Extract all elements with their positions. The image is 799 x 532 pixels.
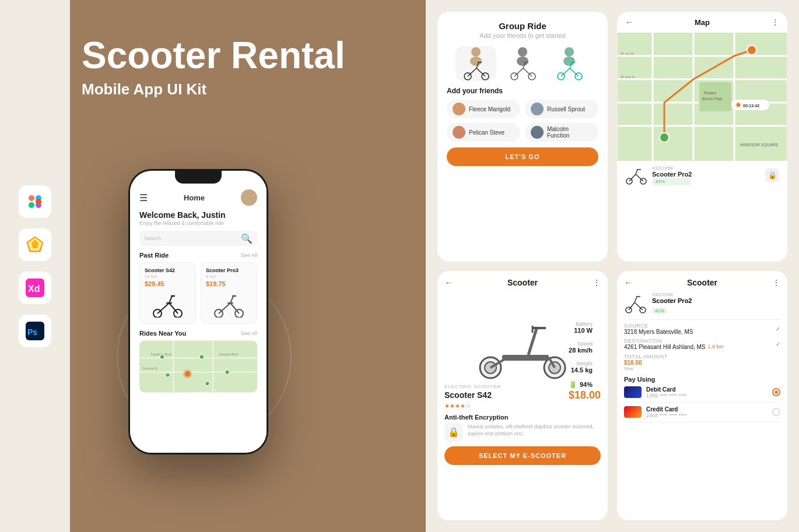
hero-text: Scooter Rental Mobile App UI Kit <box>82 35 345 98</box>
svg-line-63 <box>561 68 570 76</box>
lock-icon[interactable]: 🔒 <box>765 168 779 182</box>
figma-icon[interactable] <box>19 185 51 218</box>
svg-point-39 <box>199 355 204 360</box>
map-scooter-id: #3211058 <box>652 165 692 171</box>
ride-km-1: 14 km <box>145 274 191 279</box>
svg-line-23 <box>219 303 230 313</box>
battery-value: 110 W <box>569 327 593 334</box>
scooter-back-button[interactable]: ← <box>444 278 453 287</box>
map-area[interactable]: Robert Burns Park W 1st St W 2nd St WIND… <box>617 33 787 161</box>
app-subtitle: Mobile App UI Kit <box>82 80 345 98</box>
map-scooter-name: Scooter Pro2 <box>652 171 692 178</box>
anti-theft-icon: 🔒 <box>444 423 463 442</box>
friend-chip-2[interactable]: Russell Sprout <box>525 100 598 118</box>
svg-rect-97 <box>502 355 549 361</box>
svg-point-44 <box>470 57 482 66</box>
dest-value: 4261 Pleasant Hill Ashland, MS <box>624 344 706 350</box>
weight-value: 14.5 kg <box>569 367 593 374</box>
payment-battery: 41% <box>652 308 667 314</box>
svg-point-59 <box>565 47 574 57</box>
friend-chip-4[interactable]: Malcolm Function <box>525 123 598 142</box>
tool-sidebar: Xd Ps <box>0 0 70 532</box>
ride-name-2: Scooter Pro3 <box>206 267 252 273</box>
scooter-more-button[interactable]: ⋮ <box>593 278 601 287</box>
source-label: SOURCE <box>624 323 776 329</box>
phone-notch <box>175 171 222 184</box>
scooter-option-3[interactable] <box>549 46 590 81</box>
group-ride-card: Group Ride Add your friends to get start… <box>437 12 608 262</box>
anti-theft-desc: Mauris sodales, elit eleifend dapibus sc… <box>468 423 601 438</box>
svg-line-55 <box>514 68 523 76</box>
distance-badge: 1.8 km <box>708 344 724 350</box>
map-battery: 41% <box>652 178 692 185</box>
scooter-option-1[interactable] <box>455 46 496 81</box>
dest-check: ✓ <box>776 341 780 347</box>
credit-card-option[interactable]: Credit Card 2468 **** **** **** <box>624 403 780 422</box>
svg-line-91 <box>636 170 637 174</box>
scooter-stars: ★★★★☆ <box>444 403 601 409</box>
friend-name-4: Malcolm Function <box>547 126 593 139</box>
app-title: Scooter Rental <box>82 35 345 76</box>
search-bar[interactable]: Search 🔍 <box>139 231 257 246</box>
svg-text:Olympiad Dr: Olympiad Dr <box>142 367 158 370</box>
charge-pct: 94% <box>580 381 593 388</box>
svg-point-13 <box>244 200 254 206</box>
svg-text:Burns Park: Burns Park <box>702 97 723 101</box>
svg-point-12 <box>246 192 253 199</box>
past-ride-label: Past Ride <box>139 252 169 259</box>
ride-card-2[interactable]: Scooter Pro3 8 km $19.75 <box>201 262 257 324</box>
credit-card-number: 2468 **** **** **** <box>646 413 768 418</box>
payment-back-button[interactable]: ← <box>624 278 632 287</box>
select-scooter-button[interactable]: SELECT MY E-SCOOTER <box>444 446 601 465</box>
friend-chip-3[interactable]: Pelican Steve <box>447 123 520 142</box>
source-check: ✓ <box>776 326 780 332</box>
svg-text:Xd: Xd <box>28 284 40 294</box>
map-title: Map <box>695 18 710 27</box>
credit-radio[interactable] <box>772 408 780 416</box>
scooter-detail-card: ← Scooter ⋮ <box>437 271 608 521</box>
search-placeholder: Search <box>144 235 161 241</box>
debit-card-option[interactable]: Debit Card 1356 **** **** **** <box>624 383 780 403</box>
debit-radio[interactable] <box>772 388 780 396</box>
scooter-option-2[interactable] <box>502 46 543 81</box>
group-ride-title: Group Ride <box>447 21 598 31</box>
see-all-nearby[interactable]: See All <box>241 330 257 336</box>
menu-icon[interactable]: ☰ <box>139 192 148 203</box>
user-avatar[interactable] <box>241 189 257 206</box>
svg-line-25 <box>230 296 233 303</box>
scooter-main-image <box>470 292 575 379</box>
debit-card-icon <box>624 386 642 398</box>
svg-point-51 <box>518 47 527 57</box>
xd-icon[interactable]: Xd <box>19 272 51 304</box>
map-more-button[interactable]: ⋮ <box>771 17 779 27</box>
ride-price-2: $19.75 <box>206 280 252 287</box>
nearby-label: Rides Near You <box>139 330 186 337</box>
friend-name-3: Pelican Steve <box>469 129 504 136</box>
friend-chip-1[interactable]: Fleece Marigold <box>447 100 520 118</box>
map-back-button[interactable]: ← <box>625 17 633 27</box>
map-preview[interactable]: Faraway Blvd Auroola Blvd Olympiad Dr <box>139 340 257 393</box>
payment-card: ← Scooter ⋮ #3211058 Scooter Pro2 41% SO… <box>617 271 787 521</box>
svg-line-48 <box>476 68 485 76</box>
debit-card-type: Debit Card <box>646 386 768 393</box>
svg-point-85 <box>737 103 740 107</box>
svg-point-37 <box>185 371 191 377</box>
svg-text:W 2nd St: W 2nd St <box>621 75 635 79</box>
scooter-detail-title: Scooter <box>453 278 593 287</box>
anti-theft-title: Anti-theft Encryption <box>444 414 601 421</box>
svg-text:Ps: Ps <box>27 327 37 337</box>
svg-point-42 <box>205 381 210 386</box>
see-all-rides[interactable]: See All <box>241 252 257 258</box>
ride-card-1[interactable]: Scooter S42 14 km $28.45 <box>139 262 196 324</box>
sketch-icon[interactable] <box>19 228 51 261</box>
payment-scooter-id: #3211058 <box>652 292 780 297</box>
svg-text:WINDSOR SQUARE: WINDSOR SQUARE <box>740 143 779 147</box>
ps-icon[interactable]: Ps <box>19 315 51 347</box>
payment-more-button[interactable]: ⋮ <box>772 278 780 287</box>
scooter-options <box>447 46 598 81</box>
search-icon[interactable]: 🔍 <box>241 233 253 244</box>
lets-go-button[interactable]: LET'S GO <box>447 147 598 166</box>
ride-name-1: Scooter S42 <box>145 267 191 273</box>
svg-line-107 <box>635 297 637 302</box>
svg-point-41 <box>166 373 170 378</box>
